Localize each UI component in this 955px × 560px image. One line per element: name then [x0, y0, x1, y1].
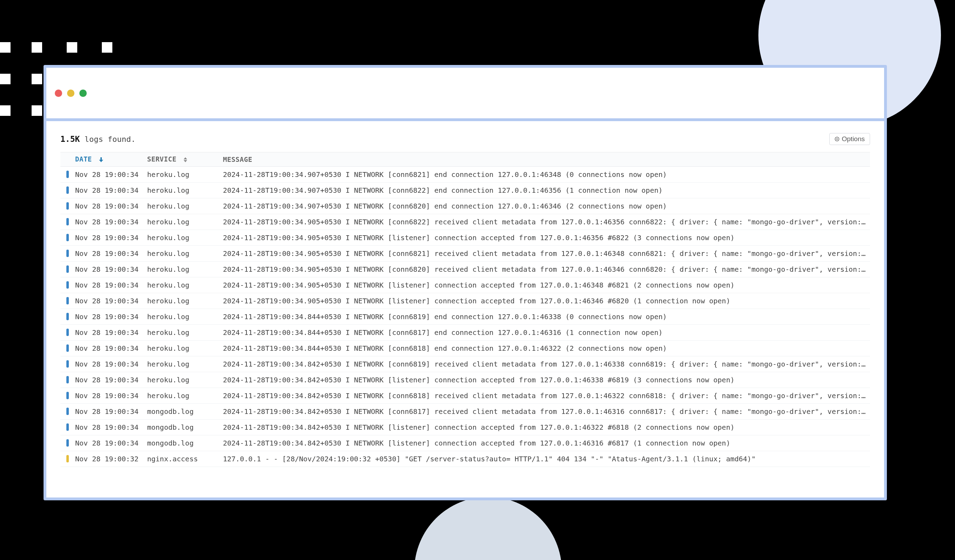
row-indicator-cell	[60, 404, 72, 419]
column-indicator	[60, 152, 72, 167]
table-row[interactable]: Nov 28 19:00:34mongodb.log2024-11-28T19:…	[60, 404, 870, 419]
row-service: nginx.access	[144, 451, 219, 467]
column-service[interactable]: SERVICE	[144, 152, 219, 167]
row-indicator-cell	[60, 293, 72, 309]
row-message: 2024-11-28T19:00:34.905+0530 I NETWORK […	[219, 293, 870, 309]
log-viewer-window: 1.5K logs found. Options DATE	[44, 65, 887, 500]
severity-indicator	[66, 234, 69, 241]
column-date[interactable]: DATE	[72, 152, 144, 167]
logs-count: 1.5K	[60, 135, 80, 144]
row-date: Nov 28 19:00:34	[72, 293, 144, 309]
toolbar: 1.5K logs found. Options	[60, 133, 870, 145]
row-message: 2024-11-28T19:00:34.907+0530 I NETWORK […	[219, 166, 870, 182]
table-row[interactable]: Nov 28 19:00:32nginx.access127.0.0.1 - -…	[60, 451, 870, 467]
table-row[interactable]: Nov 28 19:00:34heroku.log2024-11-28T19:0…	[60, 388, 870, 404]
table-row[interactable]: Nov 28 19:00:34heroku.log2024-11-28T19:0…	[60, 356, 870, 372]
row-date: Nov 28 19:00:34	[72, 261, 144, 277]
severity-indicator	[66, 455, 69, 462]
severity-indicator	[66, 186, 69, 194]
row-service: heroku.log	[144, 388, 219, 404]
row-service: heroku.log	[144, 198, 219, 214]
table-row[interactable]: Nov 28 19:00:34heroku.log2024-11-28T19:0…	[60, 166, 870, 182]
row-message: 2024-11-28T19:00:34.907+0530 I NETWORK […	[219, 198, 870, 214]
options-label: Options	[842, 135, 865, 143]
row-service: mongodb.log	[144, 435, 219, 451]
row-indicator-cell	[60, 198, 72, 214]
table-row[interactable]: Nov 28 19:00:34mongodb.log2024-11-28T19:…	[60, 419, 870, 435]
sort-icon	[184, 156, 187, 164]
table-row[interactable]: Nov 28 19:00:34heroku.log2024-11-28T19:0…	[60, 214, 870, 230]
row-date: Nov 28 19:00:32	[72, 451, 144, 467]
row-message: 2024-11-28T19:00:34.905+0530 I NETWORK […	[219, 214, 870, 230]
decorative-circle-bottom	[414, 497, 562, 560]
row-message: 2024-11-28T19:00:34.842+0530 I NETWORK […	[219, 435, 870, 451]
table-row[interactable]: Nov 28 19:00:34heroku.log2024-11-28T19:0…	[60, 261, 870, 277]
row-service: heroku.log	[144, 277, 219, 293]
row-date: Nov 28 19:00:34	[72, 230, 144, 246]
severity-indicator	[66, 281, 69, 289]
close-icon[interactable]	[55, 89, 62, 97]
table-row[interactable]: Nov 28 19:00:34heroku.log2024-11-28T19:0…	[60, 246, 870, 261]
row-indicator-cell	[60, 214, 72, 230]
sort-desc-icon	[99, 156, 103, 164]
table-row[interactable]: Nov 28 19:00:34heroku.log2024-11-28T19:0…	[60, 277, 870, 293]
severity-indicator	[66, 439, 69, 447]
row-date: Nov 28 19:00:34	[72, 435, 144, 451]
table-row[interactable]: Nov 28 19:00:34mongodb.log2024-11-28T19:…	[60, 435, 870, 451]
row-message: 2024-11-28T19:00:34.905+0530 I NETWORK […	[219, 261, 870, 277]
severity-indicator	[66, 297, 69, 304]
row-service: heroku.log	[144, 309, 219, 324]
row-message: 2024-11-28T19:00:34.842+0530 I NETWORK […	[219, 356, 870, 372]
log-table: DATE SERVICE MESSAGE	[60, 152, 870, 467]
row-date: Nov 28 19:00:34	[72, 166, 144, 182]
table-row[interactable]: Nov 28 19:00:34heroku.log2024-11-28T19:0…	[60, 230, 870, 246]
row-indicator-cell	[60, 372, 72, 388]
row-indicator-cell	[60, 230, 72, 246]
maximize-icon[interactable]	[79, 89, 87, 97]
logs-summary: 1.5K logs found.	[60, 135, 136, 144]
row-date: Nov 28 19:00:34	[72, 246, 144, 261]
severity-indicator	[66, 266, 69, 273]
row-indicator-cell	[60, 451, 72, 467]
table-row[interactable]: Nov 28 19:00:34heroku.log2024-11-28T19:0…	[60, 293, 870, 309]
row-date: Nov 28 19:00:34	[72, 277, 144, 293]
window-content: 1.5K logs found. Options DATE	[46, 121, 884, 497]
row-message: 2024-11-28T19:00:34.905+0530 I NETWORK […	[219, 277, 870, 293]
column-message: MESSAGE	[219, 152, 870, 167]
row-service: heroku.log	[144, 324, 219, 340]
severity-indicator	[66, 202, 69, 210]
row-service: heroku.log	[144, 182, 219, 198]
table-header-row: DATE SERVICE MESSAGE	[60, 152, 870, 167]
row-indicator-cell	[60, 388, 72, 404]
row-service: heroku.log	[144, 340, 219, 356]
row-service: heroku.log	[144, 214, 219, 230]
options-button[interactable]: Options	[829, 133, 870, 145]
row-message: 2024-11-28T19:00:34.842+0530 I NETWORK […	[219, 388, 870, 404]
row-indicator-cell	[60, 435, 72, 451]
severity-indicator	[66, 424, 69, 431]
row-message: 2024-11-28T19:00:34.842+0530 I NETWORK […	[219, 404, 870, 419]
row-service: heroku.log	[144, 372, 219, 388]
table-row[interactable]: Nov 28 19:00:34heroku.log2024-11-28T19:0…	[60, 372, 870, 388]
row-date: Nov 28 19:00:34	[72, 388, 144, 404]
table-row[interactable]: Nov 28 19:00:34heroku.log2024-11-28T19:0…	[60, 198, 870, 214]
table-row[interactable]: Nov 28 19:00:34heroku.log2024-11-28T19:0…	[60, 182, 870, 198]
minimize-icon[interactable]	[67, 89, 74, 97]
row-service: heroku.log	[144, 356, 219, 372]
row-indicator-cell	[60, 182, 72, 198]
row-indicator-cell	[60, 166, 72, 182]
row-service: heroku.log	[144, 166, 219, 182]
row-message: 2024-11-28T19:00:34.844+0530 I NETWORK […	[219, 340, 870, 356]
table-row[interactable]: Nov 28 19:00:34heroku.log2024-11-28T19:0…	[60, 324, 870, 340]
logs-summary-suffix: logs found.	[85, 135, 136, 144]
column-service-label: SERVICE	[147, 155, 177, 163]
severity-indicator	[66, 360, 69, 368]
table-row[interactable]: Nov 28 19:00:34heroku.log2024-11-28T19:0…	[60, 309, 870, 324]
row-date: Nov 28 19:00:34	[72, 404, 144, 419]
window-titlebar	[46, 68, 884, 121]
column-date-label: DATE	[75, 155, 92, 163]
row-service: heroku.log	[144, 293, 219, 309]
row-message: 2024-11-28T19:00:34.844+0530 I NETWORK […	[219, 324, 870, 340]
table-row[interactable]: Nov 28 19:00:34heroku.log2024-11-28T19:0…	[60, 340, 870, 356]
row-service: heroku.log	[144, 261, 219, 277]
